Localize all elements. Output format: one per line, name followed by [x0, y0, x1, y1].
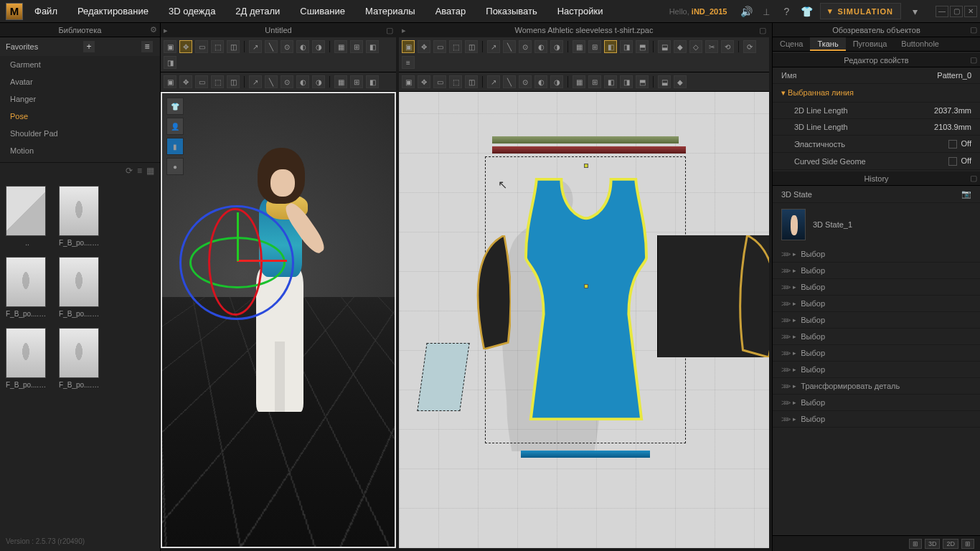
tool-button[interactable]: ▣ [164, 40, 176, 53]
menu-3D одежда[interactable]: 3D одежда [169, 6, 215, 17]
footer-button[interactable]: 2D [943, 539, 958, 549]
tool-button[interactable]: ◨ [620, 40, 633, 53]
tool-button[interactable]: ◑ [550, 75, 563, 88]
tool-button[interactable]: ≡ [402, 56, 415, 69]
tool-button[interactable]: ⟲ [721, 40, 734, 53]
history-item[interactable]: >>>▸Трансформировать деталь [773, 378, 980, 395]
prop-row[interactable]: 3D Line Length2103.9mm [773, 119, 980, 136]
tool-button[interactable]: ◐ [534, 75, 547, 88]
tool-button[interactable]: ↗ [249, 40, 262, 53]
tool-button[interactable]: ⬚ [211, 40, 224, 53]
tool-button[interactable]: ◫ [465, 40, 478, 53]
tool-button[interactable]: ✥ [179, 75, 192, 88]
history-item[interactable]: >>>▸Выбор [773, 362, 980, 378]
tab-Ткань[interactable]: Ткань [810, 37, 845, 51]
tool-button[interactable]: ✥ [418, 40, 430, 53]
favorites-menu-button[interactable]: ≡ [141, 41, 153, 52]
thumbnail[interactable]: F_B_po....pos [59, 328, 102, 389]
skin-display-icon[interactable]: ● [166, 158, 184, 175]
dropdown-icon[interactable]: ▾ [908, 5, 921, 18]
panel-toggle-icon[interactable]: ▢ [386, 26, 393, 35]
sync-icon[interactable]: ⟂ [760, 5, 773, 18]
tool-button[interactable]: ▭ [195, 75, 208, 88]
lib-item-shoulder-pad[interactable]: Shoulder Pad [0, 125, 160, 142]
menu-Редактирование[interactable]: Редактирование [77, 6, 149, 17]
menu-Показывать[interactable]: Показывать [486, 6, 537, 17]
tool-button[interactable]: ⊙ [281, 75, 293, 88]
tool-button[interactable]: ✥ [418, 75, 430, 88]
tool-button[interactable]: ◇ [689, 40, 702, 53]
tool-button[interactable]: ⊙ [281, 40, 293, 53]
pattern-side-left[interactable] [471, 235, 511, 357]
viewport-2d[interactable]: ↖ [399, 92, 769, 548]
tool-button[interactable]: ⬒ [636, 40, 649, 53]
window-minimize[interactable]: — [936, 6, 948, 17]
gear-icon[interactable]: ▢ [970, 55, 977, 65]
history-item[interactable]: >>>▸Выбор [773, 395, 980, 411]
menu-Сшивание[interactable]: Сшивание [300, 6, 345, 17]
garment-display-icon[interactable]: 👕 [166, 98, 184, 115]
footer-button[interactable]: 3D [925, 539, 941, 549]
tool-button[interactable]: ◑ [312, 40, 325, 53]
tool-button[interactable]: ⬚ [211, 75, 224, 88]
window-close[interactable]: ✕ [964, 6, 977, 17]
tool-button[interactable]: ↗ [487, 75, 500, 88]
footer-button[interactable]: ⊞ [909, 539, 922, 549]
pattern-main[interactable] [522, 171, 650, 429]
tab-Сцена[interactable]: Сцена [773, 37, 810, 51]
tool-button[interactable]: ⬓ [658, 40, 671, 53]
tool-button[interactable]: ╲ [503, 75, 516, 88]
lib-item-avatar[interactable]: Avatar [0, 73, 160, 90]
tool-button[interactable]: ⬒ [636, 75, 649, 88]
tool-button[interactable]: ◫ [227, 40, 240, 53]
tool-button[interactable]: ◧ [366, 75, 379, 88]
list-view-icon[interactable]: ≡ [137, 166, 142, 176]
add-favorite-button[interactable]: + [83, 41, 95, 52]
history-item[interactable]: >>>▸Выбор [773, 329, 980, 345]
footer-button[interactable]: ⊞ [961, 539, 974, 549]
tool-button[interactable]: ◆ [674, 40, 687, 53]
tool-button[interactable]: ◐ [296, 40, 309, 53]
tool-button[interactable]: ╲ [503, 40, 516, 53]
tool-button[interactable]: ◧ [604, 40, 617, 53]
tab-Пуговица[interactable]: Пуговица [846, 37, 895, 51]
tool-button[interactable]: ⬚ [449, 75, 462, 88]
thumbnail[interactable]: F_B_po....pos [6, 328, 49, 389]
state-item[interactable]: 3D State_1 [773, 203, 980, 246]
help-icon[interactable]: ? [780, 5, 793, 18]
tool-button[interactable]: ╲ [265, 40, 278, 53]
tool-button[interactable]: ◫ [465, 75, 478, 88]
prop-row[interactable]: 2D Line Length2037.3mm [773, 103, 980, 119]
tool-button[interactable]: ⬚ [449, 40, 462, 53]
tool-button[interactable]: ↗ [249, 75, 262, 88]
tool-button[interactable]: ▭ [433, 75, 446, 88]
tool-button[interactable]: ◫ [227, 75, 240, 88]
tool-button[interactable]: ⊞ [588, 75, 601, 88]
history-item[interactable]: >>>▸Выбор [773, 246, 980, 263]
tool-button[interactable]: ⊙ [519, 40, 532, 53]
history-item[interactable]: >>>▸Выбор [773, 312, 980, 329]
tool-button[interactable]: ╲ [265, 75, 278, 88]
lib-item-motion[interactable]: Motion [0, 142, 160, 159]
history-item[interactable]: >>>▸Выбор [773, 411, 980, 428]
lib-item-hanger[interactable]: Hanger [0, 90, 160, 108]
tool-button[interactable]: ▭ [195, 40, 208, 53]
tool-button[interactable]: ◨ [164, 56, 176, 69]
tool-button[interactable]: ▦ [334, 75, 347, 88]
avatar-display-icon[interactable]: 👤 [166, 118, 184, 135]
tool-button[interactable]: ▦ [334, 40, 347, 53]
panel-toggle-icon[interactable]: ▢ [759, 26, 766, 35]
thumbnail[interactable]: F_B_po....pos [59, 186, 102, 247]
history-item[interactable]: >>>▸Выбор [773, 279, 980, 296]
refresh-icon[interactable]: ⟳ [126, 166, 133, 176]
tool-button[interactable]: ⊞ [350, 75, 363, 88]
tool-button[interactable]: ⊙ [519, 75, 532, 88]
tool-button[interactable]: ◐ [534, 40, 547, 53]
pattern-side-right[interactable] [657, 235, 769, 357]
history-item[interactable]: >>>▸Выбор [773, 263, 980, 279]
thumbnail[interactable]: .. [6, 186, 49, 247]
tool-button[interactable]: ▣ [402, 40, 415, 53]
grid-view-icon[interactable]: ▦ [146, 166, 154, 176]
transform-gizmo[interactable] [179, 205, 294, 320]
tool-button[interactable]: ⟳ [743, 40, 756, 53]
